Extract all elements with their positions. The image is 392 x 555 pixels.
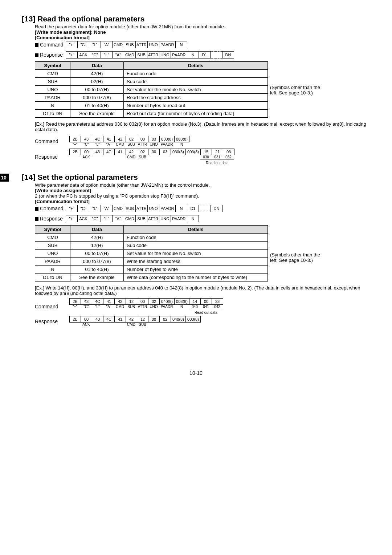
page-footer: 10-10 [22,370,370,376]
cmd-cell: D1 [187,205,199,212]
ex-cell: 03 [160,149,171,155]
table-row: SUB02(H)Sub code [35,78,268,86]
resp-cell: "C" [89,51,101,58]
ex-cell: 003(3) [186,149,201,155]
cmd-cell: "+" [66,205,78,212]
ex-cell: 43 [92,316,103,323]
resp-cell: ACK [78,51,89,58]
resp-cell: SUB [136,215,147,222]
ex-cell: 003(8) [175,136,189,142]
cmd-cell: N [176,205,187,212]
resp-cell: N [187,215,199,222]
cmd-cell: "C" [78,205,89,212]
command-label-13: Command [35,42,66,48]
ex-cmd-label-13: Command [35,138,69,144]
cmd-cell-dash [205,205,211,212]
ex-cell: 02 [160,316,171,323]
table-row: SUB12(H)Sub code [35,242,268,250]
table-row: N01 to 40(H)Number of bytes to read out [35,102,268,110]
resp-cell: "+" [66,215,78,222]
cmd-cell: "A" [101,205,113,212]
ex-cell: 12 [137,316,148,323]
resp-cell: D1 [199,51,211,58]
ex-resp-label-14: Response [35,319,69,324]
cmd-cell: PAADR [159,41,176,48]
write-mode-13: [Write mode assignment]: None [35,29,370,35]
ex-cell: 00 [137,298,148,305]
th-symbol: Symbol [35,62,70,70]
ex-cell: 41 [115,316,126,323]
cmd-cell: "L" [89,205,101,212]
side-note-13: (Symbols other than the left: See page 1… [270,85,326,96]
resp-cell: PAADR [171,215,187,222]
cmd-cell: "A" [101,41,113,48]
ex-cell: 2B [69,298,81,305]
side-note-14: (Symbols other than the left: See page 1… [270,252,326,263]
write-mode-title-14: [Write mode assignment] [35,188,370,193]
ex-cell: 02 [137,149,148,155]
ex-resp-label-13: Response [35,154,69,160]
ex-cell: 41 [103,136,115,142]
ex-cell: 02 [148,298,160,305]
ex-cell: 030(3) [171,149,186,155]
ex-cell: 43 [81,136,92,142]
ex-cell: 00 [201,298,212,305]
readout-label-13: Read out data [200,161,234,165]
table-row: N01 to 40(H)Number of bytes to write [35,266,268,274]
cmd-cell: SUB [124,205,136,212]
ex-cell: 33 [212,298,223,305]
ex-cell: 14 [189,298,201,305]
ex-cell: 030(8) [160,136,175,142]
cmd-cell: PAADR [159,205,176,212]
table-row: CMD42(H)Function code [35,70,268,78]
ex-cell: 4C [103,149,115,155]
cmd-cell: DN [211,205,222,212]
table-row: UNO00 to 07(H)Set value for the module N… [35,86,268,94]
ex-cell: 02 [126,136,137,142]
cmd-cell: "C" [78,41,89,48]
ex-cell: 21 [212,149,223,155]
cmd-cell: UNO [148,205,159,212]
section-13-desc: Read the parameter data for option modul… [35,24,370,29]
resp-cell: PAADR [171,51,187,58]
ex-cell: 12 [126,298,137,305]
cmd-cell: ATTR [136,41,148,48]
ex-cell: 42 [126,316,137,323]
resp-cell: "C" [89,215,101,222]
ex-cell: 2B [69,149,81,155]
comm-format-13: [Communication format] [35,35,370,40]
ex-cell: 003(8) [186,316,201,323]
section-14-heading: 10 [14] Set the optional parameters [22,173,370,182]
ex-cell: 00 [137,136,148,142]
cmd-cell: SUB [124,41,136,48]
ex-cell: 41 [115,149,126,155]
resp-cell: SUB [136,51,147,58]
ex-cmd-label-14: Command [35,304,69,309]
ex-cell: 040(8) [160,298,175,305]
write-mode-14: 2 (or when the PC is stopped by using a … [35,193,370,199]
command-label-14: Command [35,206,66,211]
comm-format-14: [Communication format] [35,199,370,204]
ex-cell: 03 [223,149,234,155]
example-13: [Ex.] Read the parameters at address 030… [35,121,370,132]
response-label-14: Response [35,216,66,222]
ex-cell: 2B [69,136,81,142]
th-details: Details [124,62,268,70]
resp-cell: "A" [113,51,124,58]
ex-cell: 00 [81,316,92,323]
resp-cell: "L" [101,51,113,58]
ex-cell: 2B [69,316,81,323]
resp-cell: CMD [124,51,136,58]
cmd-cell: UNO [148,41,159,48]
ex-cell: 03 [148,136,160,142]
ex-cell: 42 [115,298,126,305]
ex-cell: 00 [81,149,92,155]
resp-cell: N [187,51,199,58]
symbol-table-13: Symbol Data Details CMD42(H)Function cod… [35,61,268,118]
th-data: Data [70,226,124,234]
ex-cell: 4C [92,136,103,142]
symbol-table-14: Symbol Data Details CMD42(H)Function cod… [35,225,268,281]
ex-cell: 43 [81,298,92,305]
resp-cell: UNO [159,215,171,222]
cmd-cell: CMD [113,205,124,212]
